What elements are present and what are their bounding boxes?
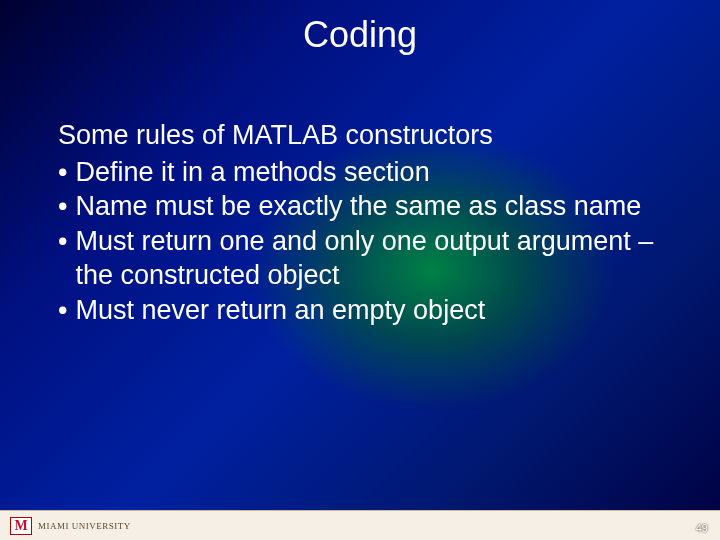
lead-text: Some rules of MATLAB constructors: [58, 118, 662, 153]
bullet-item: • Name must be exactly the same as class…: [58, 189, 662, 224]
bullet-item: • Must return one and only one output ar…: [58, 224, 662, 293]
bullet-item: • Must never return an empty object: [58, 293, 662, 328]
bullet-item: • Define it in a methods section: [58, 155, 662, 190]
bullet-text: Define it in a methods section: [75, 155, 662, 190]
bullet-text: Must return one and only one output argu…: [75, 224, 662, 293]
bullet-text: Must never return an empty object: [75, 293, 662, 328]
bullet-marker: •: [58, 293, 75, 328]
slide: Coding Some rules of MATLAB constructors…: [0, 0, 720, 540]
footer-bar: M MIAMI UNIVERSITY: [0, 510, 720, 540]
page-number: 49: [696, 522, 708, 534]
slide-title: Coding: [0, 14, 720, 56]
bullet-marker: •: [58, 189, 75, 224]
logo-mark-icon: M: [10, 517, 32, 535]
slide-body: Some rules of MATLAB constructors • Defi…: [58, 118, 662, 327]
bullet-marker: •: [58, 224, 75, 293]
bullet-text: Name must be exactly the same as class n…: [75, 189, 662, 224]
logo-text: MIAMI UNIVERSITY: [38, 521, 131, 531]
bullet-marker: •: [58, 155, 75, 190]
university-logo: M MIAMI UNIVERSITY: [10, 517, 131, 535]
